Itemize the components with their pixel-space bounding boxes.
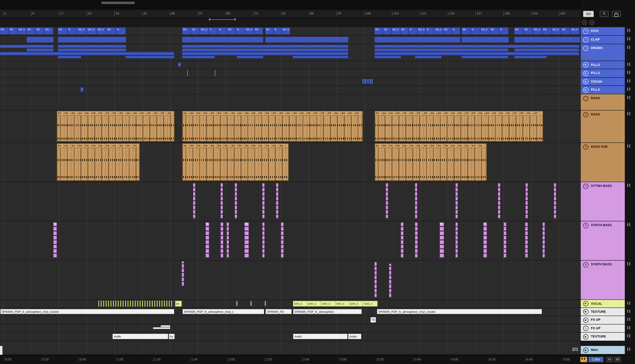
clip-bar[interactable]: [375, 52, 579, 55]
synth-clip[interactable]: [401, 222, 403, 258]
clip-bar[interactable]: [375, 37, 460, 42]
vocal-tick-clip[interactable]: [164, 301, 165, 307]
synth-clip[interactable]: A: [484, 222, 487, 258]
clip-bar[interactable]: [237, 56, 263, 58]
audio-clip[interactable]: SPINNIN_POP_fx_atmosphere_vinyl_crackle: [0, 309, 175, 314]
track-header-drums[interactable]: ≡DRUMS: [581, 44, 625, 60]
synth-clip[interactable]: [276, 183, 278, 219]
track-header-bass[interactable]: ▼BASS: [581, 110, 625, 142]
vocal-tick-clip[interactable]: [135, 301, 136, 307]
synth-clip[interactable]: [504, 222, 506, 258]
vocal-clip[interactable]: SR: [175, 301, 182, 307]
back-button[interactable]: ←: [582, 20, 587, 25]
midi-clip[interactable]: SM_S: [435, 28, 444, 34]
synth-clip[interactable]: [386, 183, 388, 219]
synth-clip[interactable]: [227, 222, 229, 258]
zoom-height-button[interactable]: H: [606, 357, 613, 362]
clip-bar[interactable]: [58, 56, 81, 58]
bass-clip[interactable]: BABABABABABABABABABABABABABABABABA: [57, 111, 175, 142]
audio-clip[interactable]: SPINNIN_PO: [265, 309, 292, 314]
track-lines-icon[interactable]: ≡: [583, 96, 588, 101]
synth-clip[interactable]: [415, 183, 417, 219]
midi-clip[interactable]: SI: [236, 28, 245, 34]
audio-clip[interactable]: SPINNIN_POP_fx_atmosphere_vinyl_c: [182, 309, 264, 314]
vocal-tick-clip[interactable]: [123, 301, 124, 307]
clip-bar[interactable]: [27, 37, 54, 42]
synth-clip[interactable]: [526, 183, 528, 219]
clip-bar[interactable]: [161, 325, 170, 327]
track-play-icon[interactable]: ▶: [583, 347, 588, 353]
audio-clip[interactable]: Audio: [293, 334, 348, 340]
synth-clip[interactable]: [262, 183, 264, 219]
midi-clip[interactable]: SM_S: [77, 28, 87, 34]
clip-bar[interactable]: [415, 56, 441, 58]
track-fold-icon[interactable]: ▼: [583, 144, 588, 150]
clip-bar[interactable]: [0, 52, 174, 55]
synth-clip[interactable]: Au: [440, 222, 444, 258]
midi-clip[interactable]: SM: [524, 28, 533, 34]
vocal-tick-clip[interactable]: [106, 301, 107, 307]
vocal-tick-clip[interactable]: [125, 301, 126, 307]
clip-bar[interactable]: [182, 56, 214, 58]
track-header-bass[interactable]: ≡BASS: [581, 94, 625, 110]
forward-button[interactable]: →: [589, 20, 595, 25]
clip-bar[interactable]: [58, 45, 126, 48]
clip-group[interactable]: SMSMSM_SSMSM_SSMSM_S: [514, 28, 580, 34]
track-header-fills[interactable]: ▶FILLS: [581, 61, 625, 69]
clip-bar[interactable]: [514, 56, 547, 58]
track-header-kick[interactable]: ≡KICK: [581, 27, 625, 35]
track-header-fx-up[interactable]: ▶FX UP: [581, 316, 625, 324]
clip-bar[interactable]: [293, 56, 348, 58]
vocal-tick-clip[interactable]: [144, 301, 145, 307]
clip-group[interactable]: SMSISM_S: [265, 28, 290, 34]
crash-clip[interactable]: [362, 78, 373, 84]
zoom-width-button[interactable]: W: [614, 357, 621, 362]
midi-clip[interactable]: SM: [27, 28, 36, 34]
zoom-level-control[interactable]: 1.00x: [588, 357, 603, 362]
synth-clip[interactable]: [193, 183, 195, 219]
synth-clip[interactable]: [543, 222, 545, 258]
midi-clip[interactable]: SM_S: [97, 28, 107, 34]
clip-bar[interactable]: [182, 52, 348, 55]
audio-clip[interactable]: TE: [370, 317, 376, 323]
fill-clip[interactable]: F: [80, 87, 84, 93]
midi-clip[interactable]: SI: [471, 28, 480, 34]
midi-clip[interactable]: SI: [426, 28, 435, 34]
synth-clip[interactable]: [554, 183, 556, 219]
track-fold-icon[interactable]: ▼: [583, 262, 588, 268]
synth-clip[interactable]: [221, 222, 223, 258]
midi-clip[interactable]: SM: [191, 28, 200, 34]
synth-clip[interactable]: [389, 264, 391, 298]
midi-clip[interactable]: SM: [227, 28, 236, 34]
track-header-texture[interactable]: ▶TEXTURE: [581, 308, 625, 316]
clip-bar[interactable]: [265, 37, 348, 42]
vocal-tick-clip[interactable]: [130, 301, 131, 307]
track-header-synth-bass[interactable]: ▼SYNTH BASS: [581, 261, 625, 300]
clip-group[interactable]: SMSMSM_SSMSISM_SSISM_SSMSI: [375, 28, 460, 34]
track-fold-icon[interactable]: ▼: [583, 223, 588, 228]
synth-clip[interactable]: [456, 183, 458, 219]
midi-clip[interactable]: SI: [273, 28, 282, 34]
vocal-tick-clip[interactable]: [265, 301, 266, 306]
synth-clip[interactable]: [281, 222, 284, 258]
audio-clip[interactable]: Audio: [348, 334, 362, 340]
vocal-tick-clip[interactable]: [113, 301, 114, 307]
vocal-tick-clip[interactable]: [111, 301, 112, 307]
clip-bar[interactable]: [375, 48, 508, 52]
vocal-tick-clip[interactable]: [116, 301, 116, 307]
vocal-tick-clip[interactable]: [101, 301, 102, 307]
midi-clip[interactable]: SI: [218, 28, 227, 34]
synth-clip[interactable]: [182, 261, 184, 286]
midi-clip[interactable]: SM_S: [282, 28, 290, 34]
midi-keyboard-icon[interactable]: [580, 357, 587, 362]
track-header-main[interactable]: ▶Main: [581, 346, 625, 354]
track-header-sytnh-bass[interactable]: ▼SYTNH BASS: [581, 182, 625, 221]
synth-clip[interactable]: [498, 183, 500, 219]
vocal-clip[interactable]: SRR_S: [321, 301, 335, 306]
vocal-clip[interactable]: SRR_S: [293, 301, 307, 306]
synth-clip[interactable]: Au: [54, 222, 57, 258]
synth-clip[interactable]: Au: [206, 222, 209, 258]
vocal-tick-clip[interactable]: [169, 301, 170, 307]
track-header-vocal[interactable]: ▶VOCAL: [581, 300, 625, 308]
midi-clip[interactable]: SM: [401, 28, 409, 34]
